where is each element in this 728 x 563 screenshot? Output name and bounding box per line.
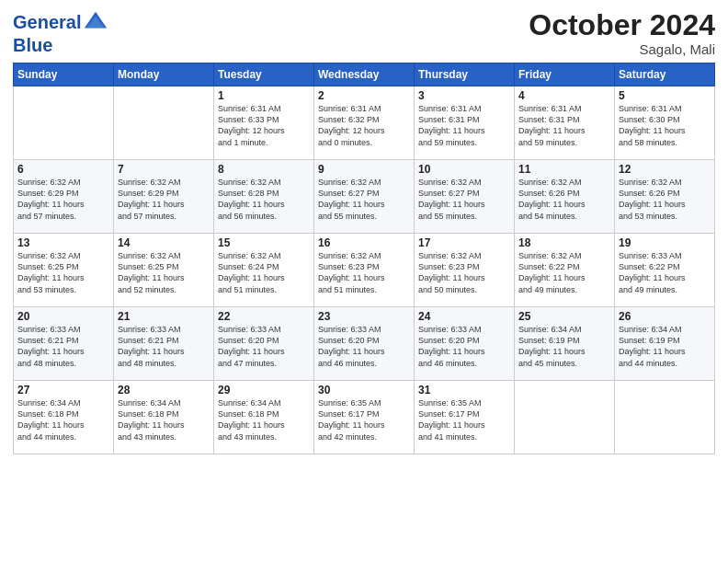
day-number: 15 <box>218 236 310 249</box>
day-number: 10 <box>418 163 510 176</box>
day-cell: 20Sunrise: 6:33 AM Sunset: 6:21 PM Dayli… <box>14 307 114 381</box>
logo-text: General <box>13 12 81 32</box>
day-info: Sunrise: 6:35 AM Sunset: 6:17 PM Dayligh… <box>318 397 410 442</box>
day-cell: 1Sunrise: 6:31 AM Sunset: 6:33 PM Daylig… <box>214 86 314 160</box>
day-number: 24 <box>418 310 510 323</box>
weekday-header-wednesday: Wednesday <box>314 63 415 86</box>
day-info: Sunrise: 6:34 AM Sunset: 6:19 PM Dayligh… <box>518 324 610 369</box>
day-number: 8 <box>218 163 310 176</box>
day-cell: 14Sunrise: 6:32 AM Sunset: 6:25 PM Dayli… <box>114 234 214 307</box>
day-info: Sunrise: 6:32 AM Sunset: 6:26 PM Dayligh… <box>518 177 610 222</box>
weekday-header-tuesday: Tuesday <box>214 63 314 86</box>
day-number: 19 <box>619 236 711 249</box>
day-info: Sunrise: 6:31 AM Sunset: 6:30 PM Dayligh… <box>619 103 711 148</box>
weekday-header-sunday: Sunday <box>14 63 114 86</box>
day-number: 30 <box>318 384 410 396</box>
day-cell: 7Sunrise: 6:32 AM Sunset: 6:29 PM Daylig… <box>114 160 214 234</box>
day-number: 22 <box>218 310 310 323</box>
day-number: 18 <box>518 236 610 249</box>
weekday-header-thursday: Thursday <box>415 63 515 86</box>
day-info: Sunrise: 6:34 AM Sunset: 6:18 PM Dayligh… <box>17 397 109 442</box>
day-cell: 8Sunrise: 6:32 AM Sunset: 6:28 PM Daylig… <box>214 160 314 234</box>
day-cell: 4Sunrise: 6:31 AM Sunset: 6:31 PM Daylig… <box>515 86 615 160</box>
day-info: Sunrise: 6:32 AM Sunset: 6:25 PM Dayligh… <box>17 250 109 295</box>
day-number: 4 <box>518 89 610 102</box>
day-number: 25 <box>518 310 610 323</box>
day-cell: 2Sunrise: 6:31 AM Sunset: 6:32 PM Daylig… <box>314 86 415 160</box>
day-info: Sunrise: 6:34 AM Sunset: 6:19 PM Dayligh… <box>619 324 711 369</box>
day-info: Sunrise: 6:33 AM Sunset: 6:21 PM Dayligh… <box>17 324 109 369</box>
day-info: Sunrise: 6:32 AM Sunset: 6:23 PM Dayligh… <box>318 250 410 295</box>
day-info: Sunrise: 6:35 AM Sunset: 6:17 PM Dayligh… <box>418 397 510 442</box>
day-cell: 11Sunrise: 6:32 AM Sunset: 6:26 PM Dayli… <box>515 160 615 234</box>
weekday-header-row: SundayMondayTuesdayWednesdayThursdayFrid… <box>14 63 715 86</box>
day-info: Sunrise: 6:32 AM Sunset: 6:22 PM Dayligh… <box>518 250 610 295</box>
weekday-header-saturday: Saturday <box>615 63 715 86</box>
day-number: 23 <box>318 310 410 323</box>
logo: General Blue <box>13 9 108 55</box>
day-info: Sunrise: 6:32 AM Sunset: 6:28 PM Dayligh… <box>218 177 310 222</box>
day-number: 21 <box>118 310 210 323</box>
day-cell: 15Sunrise: 6:32 AM Sunset: 6:24 PM Dayli… <box>214 234 314 307</box>
day-info: Sunrise: 6:32 AM Sunset: 6:29 PM Dayligh… <box>17 177 109 222</box>
day-cell: 21Sunrise: 6:33 AM Sunset: 6:21 PM Dayli… <box>114 307 214 381</box>
day-cell <box>114 86 214 160</box>
logo-icon <box>83 9 108 35</box>
day-cell: 12Sunrise: 6:32 AM Sunset: 6:26 PM Dayli… <box>615 160 715 234</box>
day-cell: 5Sunrise: 6:31 AM Sunset: 6:30 PM Daylig… <box>615 86 715 160</box>
day-number: 27 <box>17 384 109 396</box>
title-area: October 2024 Sagalo, Mali <box>529 9 715 57</box>
day-cell: 28Sunrise: 6:34 AM Sunset: 6:18 PM Dayli… <box>114 381 214 454</box>
day-number: 26 <box>619 310 711 323</box>
day-cell: 13Sunrise: 6:32 AM Sunset: 6:25 PM Dayli… <box>14 234 114 307</box>
day-info: Sunrise: 6:31 AM Sunset: 6:32 PM Dayligh… <box>318 103 410 148</box>
day-cell: 3Sunrise: 6:31 AM Sunset: 6:31 PM Daylig… <box>415 86 515 160</box>
day-info: Sunrise: 6:32 AM Sunset: 6:29 PM Dayligh… <box>118 177 210 222</box>
day-info: Sunrise: 6:32 AM Sunset: 6:24 PM Dayligh… <box>218 250 310 295</box>
day-info: Sunrise: 6:31 AM Sunset: 6:31 PM Dayligh… <box>418 103 510 148</box>
week-row-5: 27Sunrise: 6:34 AM Sunset: 6:18 PM Dayli… <box>14 381 715 454</box>
day-number: 6 <box>17 163 109 176</box>
day-number: 2 <box>318 89 410 102</box>
day-cell: 26Sunrise: 6:34 AM Sunset: 6:19 PM Dayli… <box>615 307 715 381</box>
day-cell <box>14 86 114 160</box>
day-info: Sunrise: 6:32 AM Sunset: 6:26 PM Dayligh… <box>619 177 711 222</box>
day-info: Sunrise: 6:34 AM Sunset: 6:18 PM Dayligh… <box>218 397 310 442</box>
day-number: 29 <box>218 384 310 396</box>
day-info: Sunrise: 6:31 AM Sunset: 6:33 PM Dayligh… <box>218 103 310 148</box>
day-info: Sunrise: 6:32 AM Sunset: 6:23 PM Dayligh… <box>418 250 510 295</box>
day-info: Sunrise: 6:32 AM Sunset: 6:27 PM Dayligh… <box>418 177 510 222</box>
day-cell: 18Sunrise: 6:32 AM Sunset: 6:22 PM Dayli… <box>515 234 615 307</box>
day-cell: 16Sunrise: 6:32 AM Sunset: 6:23 PM Dayli… <box>314 234 415 307</box>
page: General Blue October 2024 Sagalo, Mali S… <box>0 0 728 563</box>
day-info: Sunrise: 6:33 AM Sunset: 6:20 PM Dayligh… <box>318 324 410 369</box>
week-row-3: 13Sunrise: 6:32 AM Sunset: 6:25 PM Dayli… <box>14 234 715 307</box>
day-cell: 27Sunrise: 6:34 AM Sunset: 6:18 PM Dayli… <box>14 381 114 454</box>
week-row-4: 20Sunrise: 6:33 AM Sunset: 6:21 PM Dayli… <box>14 307 715 381</box>
day-number: 9 <box>318 163 410 176</box>
day-number: 13 <box>17 236 109 249</box>
day-cell: 25Sunrise: 6:34 AM Sunset: 6:19 PM Dayli… <box>515 307 615 381</box>
day-cell: 9Sunrise: 6:32 AM Sunset: 6:27 PM Daylig… <box>314 160 415 234</box>
day-number: 12 <box>619 163 711 176</box>
weekday-header-monday: Monday <box>114 63 214 86</box>
day-cell: 17Sunrise: 6:32 AM Sunset: 6:23 PM Dayli… <box>415 234 515 307</box>
day-info: Sunrise: 6:33 AM Sunset: 6:20 PM Dayligh… <box>218 324 310 369</box>
month-title: October 2024 <box>529 9 715 41</box>
day-cell <box>615 381 715 454</box>
day-info: Sunrise: 6:33 AM Sunset: 6:22 PM Dayligh… <box>619 250 711 295</box>
day-cell: 23Sunrise: 6:33 AM Sunset: 6:20 PM Dayli… <box>314 307 415 381</box>
day-number: 16 <box>318 236 410 249</box>
day-info: Sunrise: 6:31 AM Sunset: 6:31 PM Dayligh… <box>518 103 610 148</box>
day-cell: 30Sunrise: 6:35 AM Sunset: 6:17 PM Dayli… <box>314 381 415 454</box>
day-number: 31 <box>418 384 510 396</box>
day-cell: 19Sunrise: 6:33 AM Sunset: 6:22 PM Dayli… <box>615 234 715 307</box>
day-info: Sunrise: 6:33 AM Sunset: 6:21 PM Dayligh… <box>118 324 210 369</box>
week-row-1: 1Sunrise: 6:31 AM Sunset: 6:33 PM Daylig… <box>14 86 715 160</box>
header: General Blue October 2024 Sagalo, Mali <box>13 9 715 57</box>
day-number: 17 <box>418 236 510 249</box>
calendar: SundayMondayTuesdayWednesdayThursdayFrid… <box>13 63 715 454</box>
day-number: 1 <box>218 89 310 102</box>
day-cell <box>515 381 615 454</box>
location: Sagalo, Mali <box>529 41 715 57</box>
